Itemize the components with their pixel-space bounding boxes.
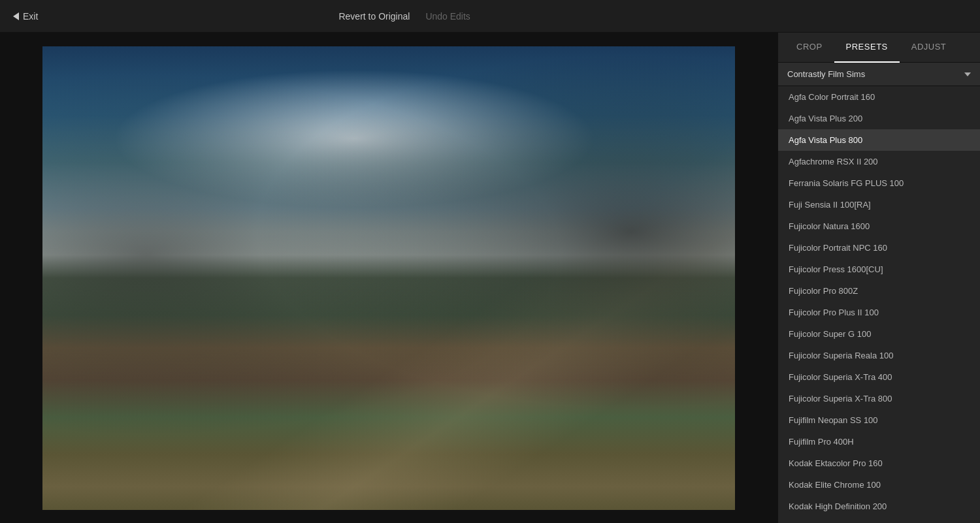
- preset-item[interactable]: Fujicolor Super G 100: [778, 323, 980, 345]
- undo-button[interactable]: Undo Edits: [425, 11, 470, 22]
- preset-item[interactable]: Agfachrome RSX II 200: [778, 151, 980, 172]
- preset-item[interactable]: Kodak High Definition 200: [778, 496, 980, 517]
- preset-item[interactable]: Fujicolor Superia Reala 100: [778, 345, 980, 366]
- exit-label: Exit: [23, 11, 38, 22]
- preset-item[interactable]: Fujicolor Natura 1600: [778, 215, 980, 237]
- preset-item[interactable]: Agfa Vista Plus 200: [778, 108, 980, 129]
- preset-item[interactable]: Agfa Color Portrait 160: [778, 86, 980, 108]
- preset-item[interactable]: Fujicolor Press 1600[CU]: [778, 259, 980, 280]
- preset-item[interactable]: Fuji Sensia II 100[RA]: [778, 194, 980, 215]
- preset-dropdown-label: Contrastly Film Sims: [787, 69, 865, 79]
- preset-item[interactable]: Fujicolor Superia X-Tra 800: [778, 388, 980, 409]
- main-layout: CROP PRESETS ADJUST Contrastly Film Sims…: [0, 33, 980, 523]
- preset-item[interactable]: Ferrania Solaris FG PLUS 100: [778, 172, 980, 194]
- preset-item[interactable]: Fujicolor Superia X-Tra 400: [778, 366, 980, 388]
- preset-item[interactable]: Kodak Ektacolor Pro 160: [778, 452, 980, 474]
- topbar-center: Revert to Original Undo Edits: [338, 11, 470, 22]
- tab-presets[interactable]: PRESETS: [834, 33, 900, 63]
- photo-canvas: [42, 46, 735, 510]
- preset-item[interactable]: Fujifilm Pro 400H: [778, 431, 980, 452]
- right-panel: CROP PRESETS ADJUST Contrastly Film Sims…: [777, 33, 980, 523]
- exit-button[interactable]: Exit: [13, 11, 38, 22]
- preset-list: Agfa Color Portrait 160Agfa Vista Plus 2…: [778, 86, 980, 523]
- preset-item[interactable]: Kodak Elite Chrome 100: [778, 474, 980, 496]
- image-area: [0, 33, 777, 523]
- preset-item[interactable]: Fujicolor Pro 800Z: [778, 280, 980, 302]
- tab-bar: CROP PRESETS ADJUST: [778, 33, 980, 63]
- preset-item[interactable]: Agfa Vista Plus 800: [778, 129, 980, 151]
- preset-dropdown[interactable]: Contrastly Film Sims: [778, 63, 980, 86]
- preset-item[interactable]: Kodak T-Max 3200: [778, 517, 980, 523]
- top-bar: Exit Revert to Original Undo Edits: [0, 0, 980, 33]
- preset-item[interactable]: Fujicolor Portrait NPC 160: [778, 237, 980, 259]
- tab-crop[interactable]: CROP: [785, 33, 834, 63]
- exit-chevron-icon: [13, 12, 19, 20]
- revert-button[interactable]: Revert to Original: [338, 11, 410, 22]
- tab-adjust[interactable]: ADJUST: [900, 33, 958, 63]
- preset-item[interactable]: Fujifilm Neopan SS 100: [778, 409, 980, 431]
- preset-item[interactable]: Fujicolor Pro Plus II 100: [778, 302, 980, 323]
- chevron-down-icon: [964, 72, 971, 76]
